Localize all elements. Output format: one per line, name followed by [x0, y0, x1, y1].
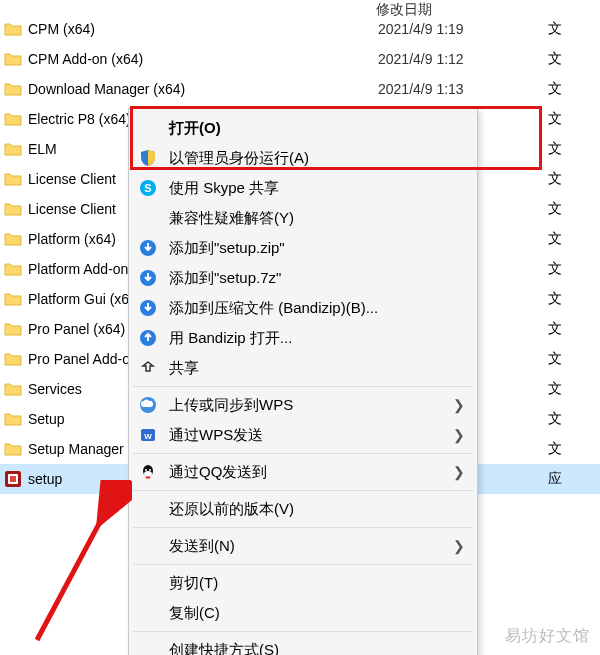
- menu-label: 发送到(N): [169, 537, 453, 556]
- svg-point-14: [145, 469, 147, 471]
- menu-send-to[interactable]: 发送到(N) ❯: [131, 531, 475, 561]
- submenu-arrow-icon: ❯: [453, 464, 465, 480]
- folder-icon: [4, 170, 22, 188]
- file-type: 文: [548, 80, 600, 98]
- share-icon: [139, 359, 157, 377]
- archive-icon: [139, 239, 157, 257]
- menu-label: 添加到"setup.7z": [169, 269, 465, 288]
- menu-label: 上传或同步到WPS: [169, 396, 453, 415]
- folder-icon: [4, 110, 22, 128]
- menu-copy[interactable]: 复制(C): [131, 598, 475, 628]
- cloud-upload-icon: [139, 396, 157, 414]
- bandizip-icon: [139, 329, 157, 347]
- menu-open-bandizip[interactable]: 用 Bandizip 打开...: [131, 323, 475, 353]
- file-type: 应: [548, 470, 600, 488]
- menu-create-shortcut[interactable]: 创建快捷方式(S): [131, 635, 475, 655]
- folder-icon: [4, 140, 22, 158]
- folder-icon: [4, 350, 22, 368]
- file-row[interactable]: CPM Add-on (x64) 2021/4/9 1:12 文: [0, 44, 600, 74]
- folder-icon: [4, 410, 22, 428]
- menu-run-as-admin[interactable]: 以管理员身份运行(A): [131, 143, 475, 173]
- folder-icon: [4, 320, 22, 338]
- exe-icon: [4, 470, 22, 488]
- menu-share[interactable]: 共享: [131, 353, 475, 383]
- menu-label: 兼容性疑难解答(Y): [169, 209, 465, 228]
- shield-icon: [139, 149, 157, 167]
- qq-icon: [139, 463, 157, 481]
- menu-label: 打开(O): [169, 119, 465, 138]
- file-name: CPM Add-on (x64): [28, 51, 378, 67]
- svg-point-16: [146, 476, 151, 479]
- folder-icon: [4, 80, 22, 98]
- menu-label: 共享: [169, 359, 465, 378]
- menu-separator: [133, 490, 473, 491]
- menu-compat[interactable]: 兼容性疑难解答(Y): [131, 203, 475, 233]
- file-name: Download Manager (x64): [28, 81, 378, 97]
- folder-icon: [4, 200, 22, 218]
- file-type: 文: [548, 110, 600, 128]
- file-type: 文: [548, 290, 600, 308]
- menu-skype-share[interactable]: S 使用 Skype 共享: [131, 173, 475, 203]
- archive-icon: [139, 299, 157, 317]
- menu-separator: [133, 631, 473, 632]
- folder-icon: [4, 20, 22, 38]
- menu-label: 还原以前的版本(V): [169, 500, 465, 519]
- submenu-arrow-icon: ❯: [453, 397, 465, 413]
- file-type: 文: [548, 140, 600, 158]
- menu-separator: [133, 527, 473, 528]
- folder-icon: [4, 440, 22, 458]
- file-type: 文: [548, 380, 600, 398]
- annotation-arrow: [22, 480, 132, 650]
- file-type: 文: [548, 410, 600, 428]
- file-type: 文: [548, 200, 600, 218]
- menu-label: 通过QQ发送到: [169, 463, 453, 482]
- menu-label: 剪切(T): [169, 574, 465, 593]
- svg-rect-2: [10, 476, 16, 482]
- file-type: 文: [548, 230, 600, 248]
- folder-icon: [4, 260, 22, 278]
- svg-point-15: [149, 469, 151, 471]
- menu-label: 创建快捷方式(S): [169, 641, 465, 656]
- menu-label: 用 Bandizip 打开...: [169, 329, 465, 348]
- menu-label: 添加到"setup.zip": [169, 239, 465, 258]
- menu-cut[interactable]: 剪切(T): [131, 568, 475, 598]
- menu-label: 通过WPS发送: [169, 426, 453, 445]
- menu-add-7z[interactable]: 添加到"setup.7z": [131, 263, 475, 293]
- file-type: 文: [548, 350, 600, 368]
- watermark: 易坊好文馆: [505, 626, 590, 647]
- file-name: CPM (x64): [28, 21, 378, 37]
- menu-separator: [133, 564, 473, 565]
- menu-prev-versions[interactable]: 还原以前的版本(V): [131, 494, 475, 524]
- menu-add-zip[interactable]: 添加到"setup.zip": [131, 233, 475, 263]
- svg-point-13: [144, 471, 152, 477]
- menu-label: 使用 Skype 共享: [169, 179, 465, 198]
- folder-icon: [4, 230, 22, 248]
- wps-icon: W: [139, 426, 157, 444]
- svg-text:W: W: [144, 432, 152, 441]
- menu-wps-upload[interactable]: 上传或同步到WPS ❯: [131, 390, 475, 420]
- file-date: 2021/4/9 1:13: [378, 81, 548, 97]
- menu-open[interactable]: 打开(O): [131, 113, 475, 143]
- file-date: 2021/4/9 1:19: [378, 21, 548, 37]
- context-menu: 打开(O) 以管理员身份运行(A) S 使用 Skype 共享 兼容性疑难解答(…: [128, 108, 478, 655]
- file-type: 文: [548, 320, 600, 338]
- submenu-arrow-icon: ❯: [453, 538, 465, 554]
- file-type: 文: [548, 260, 600, 278]
- file-type: 文: [548, 20, 600, 38]
- menu-qq-send[interactable]: 通过QQ发送到 ❯: [131, 457, 475, 487]
- folder-icon: [4, 50, 22, 68]
- folder-icon: [4, 380, 22, 398]
- menu-separator: [133, 453, 473, 454]
- menu-label: 以管理员身份运行(A): [169, 149, 465, 168]
- skype-icon: S: [139, 179, 157, 197]
- menu-label: 复制(C): [169, 604, 465, 623]
- menu-separator: [133, 386, 473, 387]
- file-row[interactable]: Download Manager (x64) 2021/4/9 1:13 文: [0, 74, 600, 104]
- svg-text:S: S: [144, 182, 151, 194]
- file-type: 文: [548, 50, 600, 68]
- file-type: 文: [548, 440, 600, 458]
- menu-add-bandizip[interactable]: 添加到压缩文件 (Bandizip)(B)...: [131, 293, 475, 323]
- menu-wps-send[interactable]: W 通过WPS发送 ❯: [131, 420, 475, 450]
- file-row[interactable]: CPM (x64) 2021/4/9 1:19 文: [0, 14, 600, 44]
- file-type: 文: [548, 170, 600, 188]
